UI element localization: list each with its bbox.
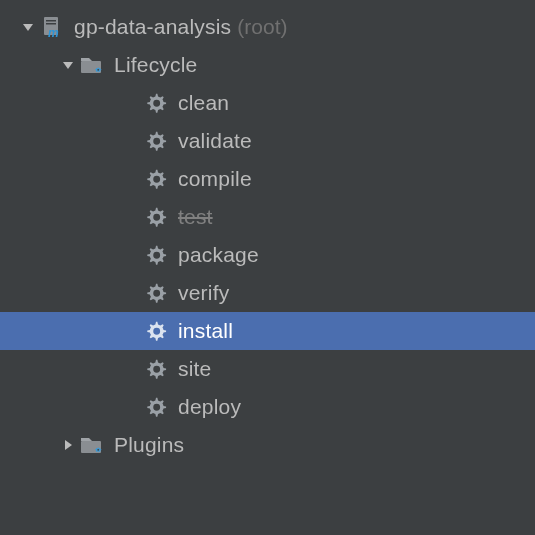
plugins-label: Plugins — [114, 433, 184, 457]
chevron-down-icon[interactable] — [18, 20, 38, 34]
goal-label: compile — [178, 167, 252, 191]
goal-label: clean — [178, 91, 229, 115]
goal-label: site — [178, 357, 211, 381]
maven-module-icon: m — [38, 15, 66, 39]
goal-label: deploy — [178, 395, 241, 419]
goal-label: install — [178, 319, 233, 343]
lifecycle-goal-deploy[interactable]: deploy — [0, 388, 535, 426]
folder-gear-icon — [78, 433, 106, 457]
lifecycle-goal-test[interactable]: test — [0, 198, 535, 236]
gear-icon — [142, 130, 170, 152]
chevron-right-icon[interactable] — [58, 438, 78, 452]
tree-node-plugins[interactable]: Plugins — [0, 426, 535, 464]
svg-text:m: m — [48, 26, 59, 39]
tree-node-root[interactable]: m gp-data-analysis (root) — [0, 8, 535, 46]
lifecycle-goal-install[interactable]: install — [0, 312, 535, 350]
gear-icon — [142, 320, 170, 342]
folder-gear-icon — [78, 53, 106, 77]
gear-icon — [142, 396, 170, 418]
lifecycle-goal-compile[interactable]: compile — [0, 160, 535, 198]
gear-icon — [142, 358, 170, 380]
lifecycle-goal-validate[interactable]: validate — [0, 122, 535, 160]
gear-icon — [142, 244, 170, 266]
goal-label: verify — [178, 281, 229, 305]
lifecycle-label: Lifecycle — [114, 53, 198, 77]
lifecycle-goal-clean[interactable]: clean — [0, 84, 535, 122]
lifecycle-goals-list: clean validate compile test package veri… — [0, 84, 535, 426]
svg-point-7 — [97, 449, 99, 451]
chevron-down-icon[interactable] — [58, 58, 78, 72]
goal-label: validate — [178, 129, 252, 153]
root-module-label: gp-data-analysis — [74, 15, 231, 39]
root-module-suffix: (root) — [237, 15, 287, 39]
tree-node-lifecycle[interactable]: Lifecycle — [0, 46, 535, 84]
goal-label: test — [178, 205, 213, 229]
lifecycle-goal-verify[interactable]: verify — [0, 274, 535, 312]
gear-icon — [142, 168, 170, 190]
svg-rect-1 — [46, 20, 56, 22]
lifecycle-goal-site[interactable]: site — [0, 350, 535, 388]
gear-icon — [142, 92, 170, 114]
goal-label: package — [178, 243, 259, 267]
gear-icon — [142, 206, 170, 228]
svg-point-5 — [97, 69, 99, 71]
gear-icon — [142, 282, 170, 304]
lifecycle-goal-package[interactable]: package — [0, 236, 535, 274]
svg-rect-2 — [46, 23, 56, 25]
